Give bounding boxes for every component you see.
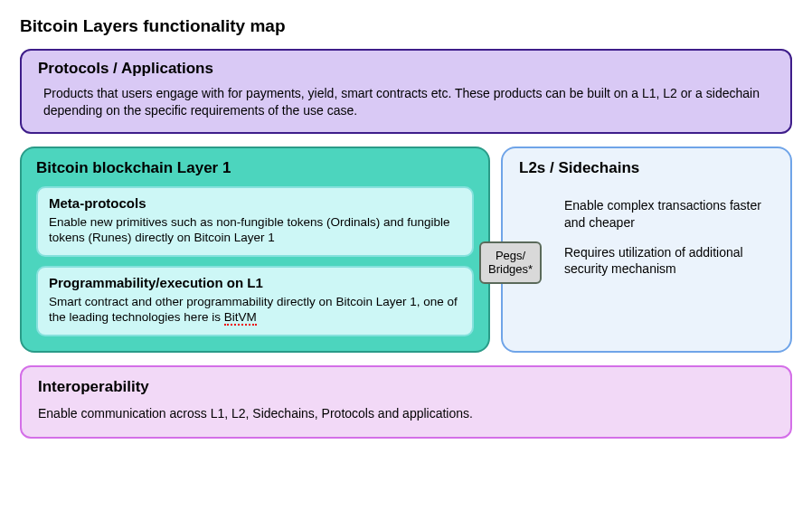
programmability-box: Programmability/execution on L1 Smart co… — [36, 266, 474, 336]
programmability-description: Smart contract and other programmability… — [49, 294, 461, 326]
meta-protocols-title: Meta-protocols — [49, 195, 461, 211]
l2-sidechains-box: L2s / Sidechains Enable complex transact… — [501, 147, 792, 353]
protocols-applications-box: Protocols / Applications Products that u… — [20, 49, 792, 134]
middle-row: Bitcoin blockchain Layer 1 Meta-protocol… — [20, 147, 792, 353]
meta-protocols-description: Enable new primitives such as non-fungib… — [49, 214, 461, 246]
l2-desc-line2: Requires utilization of additional secur… — [564, 244, 774, 279]
l2-title: L2s / Sidechains — [519, 159, 774, 177]
meta-protocols-box: Meta-protocols Enable new primitives suc… — [36, 186, 474, 257]
page-title: Bitcoin Layers functionality map — [20, 16, 792, 36]
interoperability-description: Enable communication across L1, L2, Side… — [38, 405, 774, 422]
protocols-description: Products that users engage with for paym… — [38, 85, 774, 119]
pegs-line1: Pegs/ — [496, 249, 525, 262]
interoperability-title: Interoperability — [38, 378, 774, 396]
protocols-title: Protocols / Applications — [38, 60, 774, 78]
pegs-bridges-node: Pegs/ Bridges* — [479, 241, 542, 284]
pegs-line2: Bridges* — [488, 262, 533, 276]
programmability-title: Programmability/execution on L1 — [49, 275, 461, 290]
programmability-desc-term: BitVM — [224, 310, 257, 326]
l2-desc-line1: Enable complex transactions faster and c… — [564, 197, 774, 232]
layer1-title: Bitcoin blockchain Layer 1 — [36, 159, 474, 177]
l2-description: Enable complex transactions faster and c… — [519, 197, 774, 279]
interoperability-box: Interoperability Enable communication ac… — [20, 365, 792, 439]
bitcoin-layer1-box: Bitcoin blockchain Layer 1 Meta-protocol… — [20, 147, 490, 353]
